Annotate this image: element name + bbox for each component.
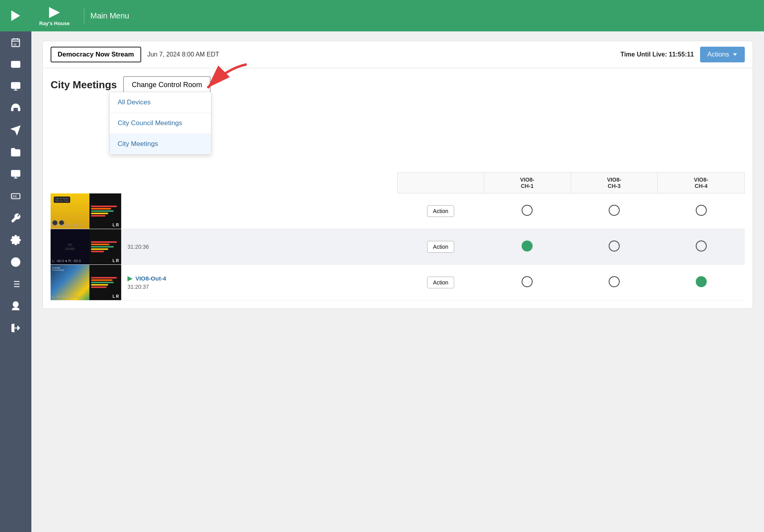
dropdown-item-all-devices[interactable]: All Devices xyxy=(110,92,211,113)
sidebar-item-screen[interactable] xyxy=(6,165,25,184)
play-icon: ▶ xyxy=(127,275,132,282)
chevron-down-icon xyxy=(732,52,738,57)
col-header-preview xyxy=(51,173,398,193)
row3-title-text: VIO8-Out-4 xyxy=(135,275,166,282)
main-menu-label[interactable]: Main Menu xyxy=(91,11,129,20)
dropdown-item-city-meetings[interactable]: City Meetings xyxy=(110,134,211,154)
brand-logo[interactable]: Ray's House xyxy=(39,5,70,26)
row1-info xyxy=(121,207,134,215)
control-room-section: City Meetings Change Control Room xyxy=(43,68,753,94)
row1-ch3-cell xyxy=(571,193,658,229)
row2-action-cell: Action xyxy=(398,229,484,264)
sidebar-item-person[interactable] xyxy=(6,297,25,315)
row2-ch1-cell xyxy=(484,229,571,264)
section-title: City Meetings xyxy=(51,79,117,91)
db-label-2: L: -60.0 ● R: -60.0 xyxy=(52,259,81,263)
show-name-badge: Democracy Now Stream xyxy=(51,47,141,62)
svg-marker-37 xyxy=(49,7,60,18)
row1-ch1-indicator[interactable] xyxy=(522,205,533,216)
svg-rect-18 xyxy=(18,108,20,111)
row1-action-button[interactable]: Action xyxy=(427,205,454,217)
row2-ch3-indicator[interactable] xyxy=(609,240,620,251)
sidebar-item-help[interactable] xyxy=(6,253,25,271)
row3-ch4-indicator[interactable] xyxy=(696,276,707,287)
logo-icon xyxy=(9,9,23,23)
row2-preview[interactable]: SFStudio xyxy=(51,229,121,264)
row3-info: ▶ VIO8-Out-4 31:20:37 xyxy=(121,271,173,293)
svg-marker-20 xyxy=(11,126,20,135)
db-label: L: -60.0 ● R: -60.0 xyxy=(52,223,81,227)
svg-text:22: 22 xyxy=(14,43,17,46)
col-header-action xyxy=(398,173,484,193)
row1-ch3-indicator[interactable] xyxy=(609,205,620,216)
top-bar: Ray's House Main Menu xyxy=(31,0,764,31)
row1-preview[interactable]: Get In Touch Meet Our Team xyxy=(51,193,121,229)
row2-ch3-cell xyxy=(571,229,658,264)
lr-label-2: L R xyxy=(113,259,119,263)
sidebar-item-headset[interactable] xyxy=(6,99,25,118)
table-row: SFStudio xyxy=(51,229,745,264)
show-datetime: Jun 7, 2024 8:00 AM EDT xyxy=(147,51,614,58)
row3-ch4-cell xyxy=(658,264,745,300)
sidebar-item-cc[interactable]: CC xyxy=(6,187,25,206)
row3-preview-cell: EngageCommunity xyxy=(51,264,398,300)
row3-title: ▶ VIO8-Out-4 xyxy=(127,275,166,282)
table-header-row: VIO8-CH-1 VIO8-CH-3 VIO8-CH-4 xyxy=(51,173,745,193)
sidebar-item-film[interactable] xyxy=(6,55,25,74)
row3-ch3-indicator[interactable] xyxy=(609,276,620,287)
sidebar-item-logout[interactable] xyxy=(6,319,25,337)
sidebar-item-calendar[interactable]: 22 xyxy=(6,33,25,52)
brand-name: Ray's House xyxy=(39,20,70,26)
row1-ch4-indicator[interactable] xyxy=(696,205,707,216)
row1-preview-cell: Get In Touch Meet Our Team xyxy=(51,193,398,229)
row3-ch3-cell xyxy=(571,264,658,300)
db-label-3: L: -60.0 ● R: -60.0 xyxy=(52,295,81,299)
row1-action-cell: Action xyxy=(398,193,484,229)
sidebar: 22 75° CC xyxy=(0,0,31,532)
table-row: Get In Touch Meet Our Team xyxy=(51,193,745,229)
svg-rect-6 xyxy=(11,61,20,67)
svg-marker-0 xyxy=(11,11,20,21)
lr-label: L R xyxy=(113,223,119,227)
svg-text:75°: 75° xyxy=(13,85,16,87)
sidebar-logo[interactable] xyxy=(0,0,31,31)
actions-button[interactable]: Actions xyxy=(700,47,745,62)
main-area: Ray's House Main Menu Democracy Now Stre… xyxy=(31,0,764,532)
row2-ch4-indicator[interactable] xyxy=(696,240,707,251)
lr-label-3: L R xyxy=(113,294,119,299)
row3-ch1-cell xyxy=(484,264,571,300)
dropdown-item-city-council[interactable]: City Council Meetings xyxy=(110,113,211,134)
row1-ch1-cell xyxy=(484,193,571,229)
channel-table: VIO8-CH-1 VIO8-CH-3 VIO8-CH-4 xyxy=(51,172,745,301)
row2-action-button[interactable]: Action xyxy=(427,241,454,253)
actions-label: Actions xyxy=(707,51,729,58)
content-area: Democracy Now Stream Jun 7, 2024 8:00 AM… xyxy=(31,31,764,532)
row2-ch4-cell xyxy=(658,229,745,264)
col-header-vio8-ch3: VIO8-CH-3 xyxy=(571,173,658,193)
row3-preview[interactable]: EngageCommunity xyxy=(51,265,121,300)
row2-preview-cell: SFStudio xyxy=(51,229,398,264)
sidebar-item-folder[interactable] xyxy=(6,143,25,162)
change-control-room-button[interactable]: Change Control Room xyxy=(123,76,211,94)
svg-text:CC: CC xyxy=(13,195,17,198)
row2-ch1-indicator[interactable] xyxy=(522,240,533,251)
control-room-dropdown: All Devices City Council Meetings City M… xyxy=(109,92,211,155)
table-row: EngageCommunity xyxy=(51,264,745,300)
brand-logo-icon xyxy=(47,5,62,20)
sidebar-item-monitor[interactable]: 75° xyxy=(6,77,25,96)
svg-marker-39 xyxy=(733,53,737,56)
row2-time: 31:20:36 xyxy=(127,244,149,250)
now-playing-bar: Democracy Now Stream Jun 7, 2024 8:00 AM… xyxy=(43,41,753,68)
row3-ch1-indicator[interactable] xyxy=(522,276,533,287)
sidebar-item-send[interactable] xyxy=(6,121,25,140)
sidebar-item-list[interactable] xyxy=(6,275,25,293)
divider xyxy=(84,8,84,24)
row1-ch4-cell xyxy=(658,193,745,229)
row2-info: 31:20:36 xyxy=(121,240,155,253)
col-header-vio8-ch4: VIO8-CH-4 xyxy=(658,173,745,193)
sidebar-item-settings[interactable] xyxy=(6,231,25,250)
row3-time: 31:20:37 xyxy=(127,284,166,290)
row3-action-button[interactable]: Action xyxy=(427,277,454,288)
time-until-live-value: 11:55:11 xyxy=(669,51,694,58)
sidebar-item-wrench[interactable] xyxy=(6,209,25,228)
